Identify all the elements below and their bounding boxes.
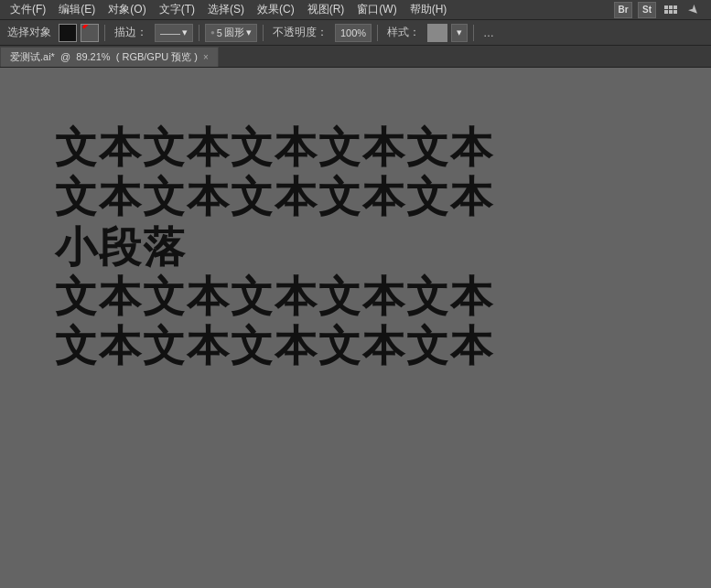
style-chevron-btn[interactable]: ▾: [451, 24, 468, 42]
canvas-text-block[interactable]: 文本文本文本文本文本 文本文本文本文本文本 小段落 文本文本文本文本文本 文本文…: [55, 123, 494, 370]
grid-cell: [669, 5, 673, 9]
toolbar-divider: [104, 25, 105, 41]
brush-size-value: 5: [217, 27, 222, 38]
menu-object[interactable]: 对象(O): [102, 0, 152, 19]
toolbar-divider3: [263, 25, 264, 41]
menu-window[interactable]: 窗口(W): [350, 0, 403, 19]
stroke-selector[interactable]: —— ▾: [155, 24, 193, 42]
grid-icon: [664, 5, 677, 14]
text-line-1: 文本文本文本文本文本: [55, 123, 494, 172]
style-label: 样式：: [383, 25, 424, 40]
tab-filename-text: 爱测试.ai*: [10, 51, 55, 62]
toolbar: 选择对象 描边： —— ▾ ● 5 圆形 ▾ 不透明度： 100% 样式： ▾ …: [0, 20, 711, 46]
grid-cell: [673, 5, 677, 9]
menu-right-icons: Br St ➤: [614, 2, 707, 18]
menu-text[interactable]: 文字(T): [153, 0, 201, 19]
menu-bar: 文件(F) 编辑(E) 对象(O) 文字(T) 选择(S) 效果(C) 视图(R…: [0, 0, 711, 20]
bridge-button[interactable]: Br: [614, 2, 632, 18]
toolbar-divider4: [377, 25, 378, 41]
brush-dot: ● 5 圆形 ▾: [205, 24, 257, 42]
menu-effect[interactable]: 效果(C): [251, 0, 301, 19]
text-line-5: 文本文本文本文本文本: [55, 321, 494, 370]
fill-swatch[interactable]: [59, 24, 77, 42]
menu-select[interactable]: 选择(S): [201, 0, 251, 19]
tab-colormode-text: RGB/GPU 预览: [122, 51, 191, 62]
tab-close-button[interactable]: ×: [203, 52, 209, 62]
toolbar-divider2: [199, 25, 199, 41]
grid-cell: [664, 5, 668, 9]
menu-view[interactable]: 视图(R): [301, 0, 351, 19]
send-icon-button[interactable]: ➤: [685, 2, 704, 18]
style-swatch[interactable]: [427, 24, 447, 42]
grid-cell: [664, 10, 668, 14]
brush-shape-value: 圆形: [224, 26, 244, 39]
brush-shape-chevron: ▾: [246, 27, 252, 38]
stroke-label: 描边：: [111, 25, 151, 40]
tab-zoom-text: 89.21%: [76, 51, 110, 62]
stroke-value: ——: [160, 27, 180, 38]
menu-file[interactable]: 文件(F): [4, 0, 52, 19]
brush-dot-icon: ●: [210, 28, 215, 37]
tab-bar: 爱测试.ai* @ 89.21% ( RGB/GPU 预览 ) ×: [0, 46, 711, 68]
stock-button[interactable]: St: [638, 2, 656, 18]
extra-label: …: [479, 27, 498, 39]
opacity-value: 100%: [340, 27, 366, 38]
stroke-chevron-icon: ▾: [182, 27, 188, 38]
grid-icon-button[interactable]: [662, 2, 680, 18]
no-stroke-icon[interactable]: [81, 24, 99, 42]
document-tab[interactable]: 爱测试.ai* @ 89.21% ( RGB/GPU 预览 ) ×: [0, 47, 219, 67]
opacity-value-btn[interactable]: 100%: [335, 24, 372, 42]
text-line-3: 小段落: [55, 222, 494, 272]
send-icon: ➤: [685, 1, 704, 19]
text-line-2: 文本文本文本文本文本: [55, 172, 494, 221]
opacity-label: 不透明度：: [269, 25, 331, 40]
select-object-label: 选择对象: [4, 25, 55, 40]
grid-cell: [673, 10, 677, 14]
menu-edit[interactable]: 编辑(E): [52, 0, 102, 19]
canvas-area: 文本文本文本文本文本 文本文本文本文本文本 小段落 文本文本文本文本文本 文本文…: [0, 68, 711, 588]
menu-help[interactable]: 帮助(H): [404, 0, 454, 19]
text-line-4: 文本文本文本文本文本: [55, 272, 494, 321]
toolbar-divider5: [473, 25, 474, 41]
tab-filename: 爱测试.ai* @ 89.21% ( RGB/GPU 预览 ): [10, 50, 198, 64]
grid-cell: [669, 10, 673, 14]
